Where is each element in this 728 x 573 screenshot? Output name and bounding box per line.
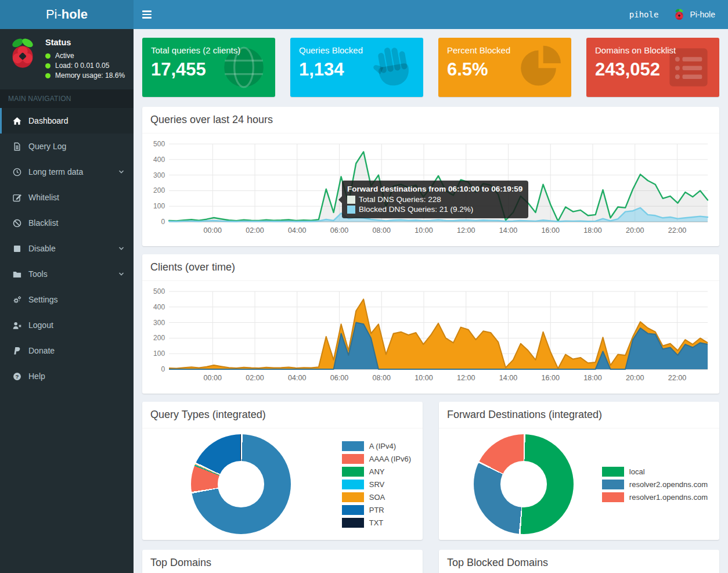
clients-over-time-panel: Clients (over time) 010020030040050000:0… [142,254,719,394]
sidebar-item-label: Tools [28,269,48,279]
svg-text:300: 300 [153,171,165,179]
queries-over-time-panel: Queries over last 24 hours 0100200300400… [142,107,719,246]
svg-text:100: 100 [153,202,165,210]
sidebar-item-donate[interactable]: Donate [0,338,134,363]
sidebar-item-help[interactable]: ? Help [0,363,134,389]
card-label: Total queries (2 clients) [151,45,266,55]
legend-label: SRV [369,480,385,489]
card-value: 17,455 [151,59,266,80]
sidebar-item-label: Disable [28,244,56,253]
sidebar-item-label: Settings [28,295,58,304]
sidebar-item-label: Donate [28,346,55,355]
sidebar-toggle-button[interactable] [134,0,160,29]
svg-text:22:00: 22:00 [668,374,686,382]
svg-text:0: 0 [161,218,165,226]
svg-text:200: 200 [153,186,165,194]
sidebar-item-blacklist[interactable]: Blacklist [0,210,134,236]
svg-text:04:00: 04:00 [288,226,306,235]
svg-text:10:00: 10:00 [415,374,433,382]
legend-swatch [342,480,364,489]
status-load: Load: 0 0.01 0.05 [55,62,109,70]
panel-title: Top Blocked Domains [447,557,711,569]
panel-title: Clients (over time) [150,261,711,273]
sidebar-item-query-log[interactable]: Query Log [0,134,134,159]
svg-text:02:00: 02:00 [246,374,264,382]
card-value: 1,134 [299,59,415,80]
tooltip-row-total: Total DNS Queries: 228 [359,195,441,204]
pihole-logo-icon [7,37,38,70]
svg-text:22:00: 22:00 [668,226,686,235]
status-active: Active [55,52,74,60]
legend-label: SOA [369,493,385,502]
card-value: 243,052 [595,59,711,80]
tooltip-title: Forward destinations from 06:10:00 to 06… [347,185,522,193]
svg-text:10:00: 10:00 [415,226,433,235]
home-icon [13,117,21,125]
svg-text:0: 0 [161,365,165,373]
card-label: Queries Blocked [299,45,415,55]
sidebar-item-long-term-data[interactable]: Long term data [0,159,134,185]
panel-header: Queries over last 24 hours [142,107,719,134]
percent-blocked-card: Percent Blocked 6.5% [438,38,571,97]
query-types-donut[interactable] [191,434,291,534]
panel-header: Top Domains [142,550,423,573]
svg-text:04:00: 04:00 [288,374,306,382]
card-label: Domains on Blocklist [595,45,711,55]
svg-text:200: 200 [153,334,165,342]
panel-title: Queries over last 24 hours [150,114,711,126]
panel-header: Query Types (integrated) [142,402,423,428]
sidebar-item-label: Query Log [28,142,66,151]
sidebar: Status Active Load: 0 0.01 0.05 Memory u… [0,29,134,573]
svg-text:20:00: 20:00 [626,374,644,382]
legend-swatch [342,518,364,528]
app-logo[interactable]: Pi-hole [0,0,134,29]
sidebar-item-label: Logout [28,320,53,330]
legend-label: resolver2.opendns.com [629,480,708,489]
raspberry-icon [673,8,685,21]
legend-label: local [629,467,645,476]
domains-blocklist-card: Domains on Blocklist 243,052 [586,38,719,97]
chevron-down-icon [118,271,124,277]
svg-text:20:00: 20:00 [626,226,644,235]
load-dot [45,63,51,69]
query-types-legend: A (IPv4) AAAA (IPv6) ANY SRV SOA PTR TXT [342,441,411,528]
forward-destinations-donut[interactable] [474,434,574,534]
sidebar-item-settings[interactable]: Settings [0,287,134,312]
paypal-icon [13,347,21,355]
card-value: 6.5% [447,59,563,80]
logo-text-light: Pi- [46,7,62,22]
svg-text:00:00: 00:00 [204,374,222,382]
stop-icon [13,244,21,253]
top-domains-row: Top Domains Top Blocked Domains [142,550,719,573]
svg-text:08:00: 08:00 [373,226,391,235]
folder-icon [13,270,21,279]
svg-text:02:00: 02:00 [246,226,264,235]
sidebar-item-whitelist[interactable]: Whitelist [0,185,134,210]
nav-section-label: MAIN NAVIGATION [0,89,134,108]
chevron-down-icon [118,169,124,175]
status-title: Status [45,38,125,47]
sidebar-item-tools[interactable]: Tools [0,261,134,287]
sidebar-item-logout[interactable]: Logout [0,312,134,338]
queries-blocked-card: Queries Blocked 1,134 [290,38,423,97]
legend-swatch [602,467,624,477]
clock-icon [13,168,21,176]
chart-tooltip: Forward destinations from 06:10:00 to 06… [342,181,528,218]
tooltip-swatch-blocked [347,206,355,214]
legend-swatch [342,441,364,451]
sidebar-item-disable[interactable]: Disable [0,236,134,261]
status-memory: Memory usage: 18.6% [55,71,125,80]
clients-area-chart[interactable]: 010020030040050000:0002:0004:0006:0008:0… [149,288,712,387]
legend-label: AAAA (IPv6) [369,455,411,463]
queries-chart-body: 010020030040050000:0002:0004:0006:0008:0… [142,134,719,246]
clients-chart-body: 010020030040050000:0002:0004:0006:0008:0… [142,281,719,394]
legend-swatch [602,480,624,489]
panel-title: Query Types (integrated) [150,409,415,421]
sidebar-item-dashboard[interactable]: Dashboard [0,108,134,134]
svg-text:08:00: 08:00 [373,374,391,382]
brand-link[interactable]: Pi-hole [673,8,715,21]
svg-text:16:00: 16:00 [542,374,560,382]
svg-text:500: 500 [153,288,165,295]
status-panel: Status Active Load: 0 0.01 0.05 Memory u… [0,29,134,89]
panel-header: Forward Destinations (integrated) [439,402,719,428]
